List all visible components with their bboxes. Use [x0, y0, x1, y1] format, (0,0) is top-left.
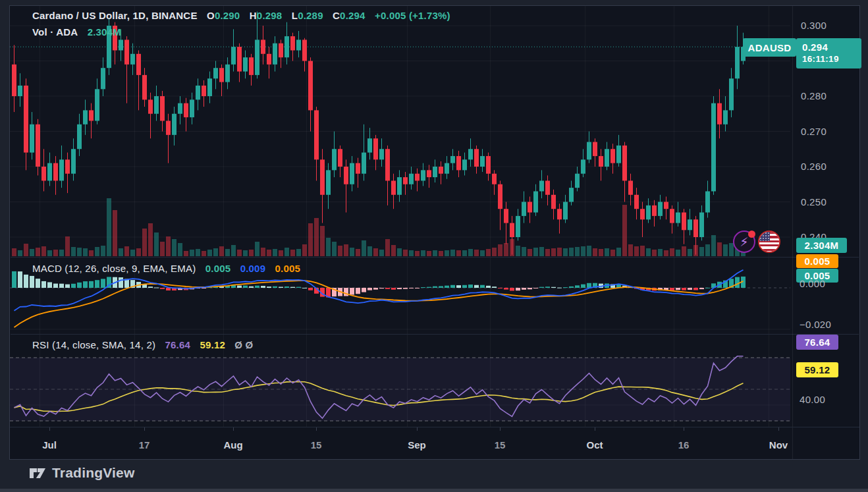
macd-zero-label: 0.000 [800, 278, 825, 289]
rsi-title: RSI (14, close, SMA, 14, 2) [32, 339, 155, 350]
price-tick-label: 0.260 [801, 161, 827, 172]
price-tick-label: 0.280 [801, 90, 827, 101]
ohlc-open-label: O [207, 10, 215, 21]
brand-text: TradingView [52, 465, 135, 481]
macd-title: MACD (12, 26, close, 9, EMA, EMA) [32, 263, 196, 274]
time-tick-label: 17 [139, 439, 150, 451]
ohlc-low-value: 0.289 [298, 10, 323, 21]
last-price-value: 0.294 [802, 41, 828, 54]
volume-badge: 2.304M [796, 238, 847, 253]
bolt-logo-icon: ⚡ [733, 231, 755, 253]
volume-label: Vol · ADA [32, 26, 78, 38]
macd-histogram-layer [12, 271, 746, 298]
macd-legend-row[interactable]: MACD (12, 26, close, 9, EMA, EMA) 0.005 … [32, 263, 300, 274]
countdown-timer: 16:11:19 [802, 54, 839, 65]
ohlc-high-value: 0.298 [257, 10, 283, 21]
rsi-extra-values: Ø Ø [234, 339, 253, 350]
notification-dot [748, 231, 755, 238]
time-tick-label: Aug [223, 439, 242, 451]
rsi-sma-badge: 59.12 [796, 362, 838, 377]
time-tick-mark [144, 427, 145, 431]
price-pane[interactable] [10, 6, 790, 257]
candles-layer [12, 12, 746, 255]
symbol-title: Cardano / US Dollar, 1D, BINANCE [32, 10, 198, 21]
time-tick-mark [778, 427, 779, 431]
bottom-edge [0, 489, 868, 492]
rsi-badge: 76.64 [796, 335, 838, 350]
symbol-badge-text: ADAUSD [748, 42, 792, 53]
last-price-badge: 0.294 16:11:19 [796, 38, 861, 68]
ohlc-close-value: 0.294 [340, 10, 366, 21]
rsi-legend-row[interactable]: RSI (14, close, SMA, 14, 2) 76.64 59.12 … [32, 339, 253, 350]
tradingview-mark-icon [29, 465, 46, 481]
time-tick-label: Nov [769, 439, 788, 451]
symbol-badge: ADAUSD [743, 38, 796, 57]
volume-legend-row[interactable]: Vol · ADA 2.304M [32, 26, 121, 38]
symbol-legend-row[interactable]: Cardano / US Dollar, 1D, BINANCE O0.290 … [32, 10, 450, 21]
flag-canton [759, 232, 770, 241]
time-tick-label: Oct [586, 439, 603, 451]
time-tick-label: Sep [408, 439, 426, 451]
rsi-band-fill [10, 358, 790, 421]
price-tick-label: 0.250 [801, 196, 827, 207]
price-pane-canvas[interactable] [10, 6, 790, 257]
change-value: +0.005 (+1.73%) [375, 10, 450, 21]
time-tick-mark [233, 427, 234, 431]
rsi-sma-badge-text: 59.12 [804, 364, 830, 375]
time-tick-label: 15 [495, 439, 506, 451]
macd-hist-value: 0.005 [205, 263, 231, 274]
time-tick-mark [417, 427, 418, 431]
macd-line-value: 0.009 [240, 263, 266, 274]
volume-value: 2.304M [88, 26, 121, 38]
rsi-sma-value: 59.12 [200, 339, 225, 350]
ohlc-close-label: C [333, 10, 340, 21]
lightning-icon: ⚡ [740, 236, 748, 248]
time-tick-label: 15 [311, 439, 322, 451]
volume-badge-text: 2.304M [805, 240, 839, 251]
chart-frame: Cardano / US Dollar, 1D, BINANCE O0.290 … [9, 5, 860, 460]
rsi-badge-text: 76.64 [804, 337, 830, 348]
ohlc-high-label: H [250, 10, 257, 21]
time-axis[interactable]: Jul17Aug15Sep15Oct16Nov [10, 427, 859, 458]
price-tick-label: 0.300 [801, 20, 827, 31]
us-flag-icon [758, 231, 780, 253]
time-tick-label: Jul [42, 439, 57, 451]
macd-low-label: −0.020 [800, 319, 831, 330]
time-tick-mark [684, 427, 684, 431]
time-tick-mark [500, 427, 501, 431]
time-tick-label: 16 [678, 439, 690, 451]
macd-signal-badge: 0.005 [796, 254, 838, 268]
time-tick-mark [595, 427, 595, 431]
ohlc-open-value: 0.290 [215, 10, 240, 21]
price-tick-label: 0.270 [801, 126, 827, 137]
macd-signal-value: 0.005 [275, 263, 301, 274]
tradingview-logo[interactable]: TradingView [29, 465, 135, 481]
ohlc-low-label: L [292, 10, 298, 21]
macd-signal-badge-text: 0.005 [804, 256, 830, 267]
tradingview-chart-window: Cardano / US Dollar, 1D, BINANCE O0.290 … [0, 0, 868, 492]
rsi-40-label: 40.00 [800, 394, 825, 405]
rsi-value: 76.64 [165, 339, 191, 350]
time-tick-mark [316, 427, 317, 431]
time-tick-mark [49, 427, 50, 431]
